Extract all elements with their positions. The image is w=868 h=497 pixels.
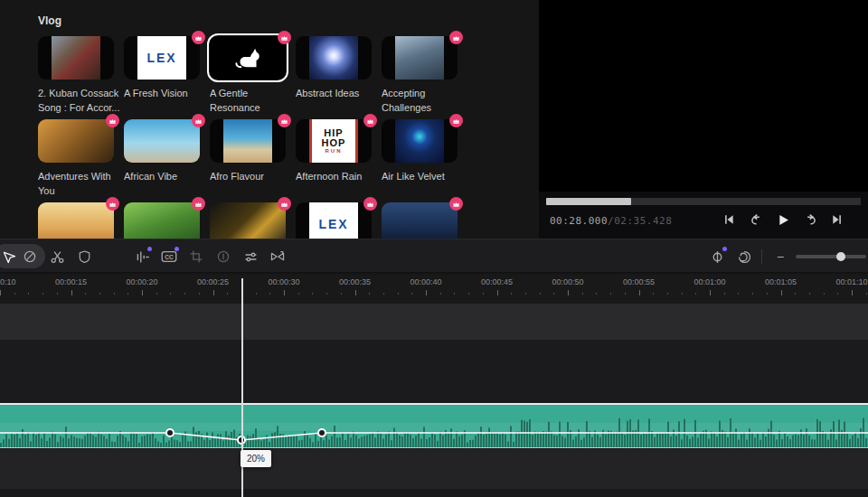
ruler-label: 00:00:40 [410, 277, 441, 286]
premium-crown-badge [449, 114, 463, 127]
media-item-label: Afternoon Rain [296, 169, 379, 183]
sliders-icon [243, 249, 259, 265]
media-item[interactable]: LEXA Fresh Vision [124, 36, 207, 100]
progress-fill [546, 198, 631, 205]
ruler-label: 00:00:20 [126, 277, 157, 286]
ruler-label: 00:00:50 [552, 277, 583, 286]
ruler-tick [383, 293, 384, 295]
ruler-tick [57, 293, 58, 295]
crop-button[interactable] [186, 247, 206, 267]
media-item[interactable]: African Vibe [124, 119, 207, 183]
volume-keyframe[interactable] [318, 429, 326, 436]
play-button[interactable] [774, 211, 792, 229]
media-item[interactable] [124, 202, 207, 239]
adjust-button[interactable] [241, 247, 260, 267]
ruler-tick [795, 293, 796, 295]
album-art [395, 119, 444, 163]
premium-crown-badge [363, 197, 377, 211]
media-item[interactable]: Afro Flavour [210, 119, 293, 183]
album-art [382, 202, 458, 239]
media-item[interactable]: Abstract Ideas [296, 36, 379, 100]
ruler-tick [454, 293, 455, 295]
ruler-tick [114, 293, 115, 295]
skip-start-button[interactable] [720, 211, 738, 229]
ruler-tick [710, 290, 711, 295]
audio-clip[interactable] [0, 403, 868, 448]
skip-end-icon [831, 213, 844, 226]
album-art: HIPHOPRUN [309, 119, 358, 163]
timeline-zoom-slider[interactable] [796, 255, 866, 258]
media-thumbnail: HIPHOPRUN [296, 119, 372, 163]
media-item[interactable]: HIPHOPRUNAfternoon Rain [296, 119, 379, 183]
snap-toggle-button[interactable] [20, 247, 40, 267]
cut-button[interactable] [47, 247, 67, 267]
swirl-icon [737, 249, 752, 265]
redo-button[interactable] [801, 211, 819, 229]
voice-enhance-button[interactable] [707, 247, 727, 267]
premium-crown-badge [278, 31, 291, 44]
ruler-tick [568, 290, 569, 295]
album-art [124, 119, 200, 163]
crown-icon [366, 117, 374, 125]
album-art [223, 119, 272, 163]
media-item[interactable] [38, 202, 121, 239]
undo-button[interactable] [747, 211, 765, 229]
ruler-tick [184, 293, 185, 295]
album-art [210, 36, 286, 80]
album-art [38, 202, 114, 239]
auto-beats-button[interactable] [132, 247, 152, 267]
timeline-panel: 00:00:1000:00:1500:00:2000:00:2500:00:30… [0, 275, 868, 497]
velocity-button[interactable] [268, 247, 288, 267]
album-art: LEX [137, 36, 186, 80]
album-art [38, 119, 114, 163]
ruler-tick [156, 293, 157, 295]
media-item[interactable] [210, 202, 293, 239]
ruler-tick [837, 293, 838, 295]
ruler-label: 00:01:10 [835, 277, 867, 286]
media-item[interactable]: LEX [296, 202, 379, 239]
track-row-empty[interactable] [0, 304, 868, 340]
shield-icon [78, 249, 91, 264]
auto-beats-icon [135, 249, 150, 265]
ruler-tick [142, 290, 143, 295]
media-thumbnail [382, 36, 458, 80]
media-item[interactable]: 2. Kuban Cossack Song : For Accor... [38, 36, 121, 115]
media-item[interactable]: Adventures With You [38, 119, 121, 198]
timeline-zoom-out-button[interactable]: − [772, 247, 788, 267]
timeline-ruler[interactable]: 00:00:1000:00:1500:00:2000:00:2500:00:30… [0, 275, 868, 298]
media-item-label: Adventures With You [38, 169, 121, 198]
album-art: LEX [309, 202, 358, 239]
voice-phi-icon [710, 249, 725, 265]
media-thumbnail [38, 36, 114, 80]
media-thumbnail: LEX [124, 36, 200, 80]
media-item[interactable]: A Gentle Resonance [210, 36, 293, 115]
ruler-tick [483, 293, 484, 295]
captions-button[interactable]: CC [159, 247, 179, 267]
ruler-tick [85, 293, 86, 295]
play-icon [777, 213, 790, 227]
ruler-tick [525, 293, 526, 295]
ruler-tick [0, 290, 1, 295]
art-text: LEX [318, 217, 348, 231]
video-editor-app: 0 Vlog 2. Kuban Cossack Song : For Accor… [0, 0, 868, 497]
smart-tools-button[interactable] [734, 247, 754, 267]
premium-crown-badge [192, 197, 205, 211]
media-item[interactable] [382, 202, 465, 239]
ruler-tick [511, 293, 512, 295]
media-thumbnail [382, 202, 458, 239]
media-item[interactable]: Air Like Velvet [382, 119, 465, 183]
preview-progress-bar[interactable] [546, 198, 861, 205]
mask-button[interactable] [74, 247, 94, 267]
speed-button[interactable] [213, 247, 233, 267]
media-item[interactable]: Accepting Challenges [382, 36, 465, 115]
ruler-tick [284, 290, 285, 295]
skip-end-button[interactable] [828, 211, 846, 229]
select-tool-button[interactable] [0, 247, 19, 267]
volume-automation-line[interactable] [0, 405, 868, 450]
media-thumbnail [38, 202, 114, 239]
crown-icon [452, 34, 460, 42]
ruler-tick [781, 290, 782, 295]
volume-keyframe[interactable] [166, 429, 174, 436]
zoom-slider-handle[interactable] [836, 252, 845, 261]
ruler-tick [28, 293, 29, 295]
